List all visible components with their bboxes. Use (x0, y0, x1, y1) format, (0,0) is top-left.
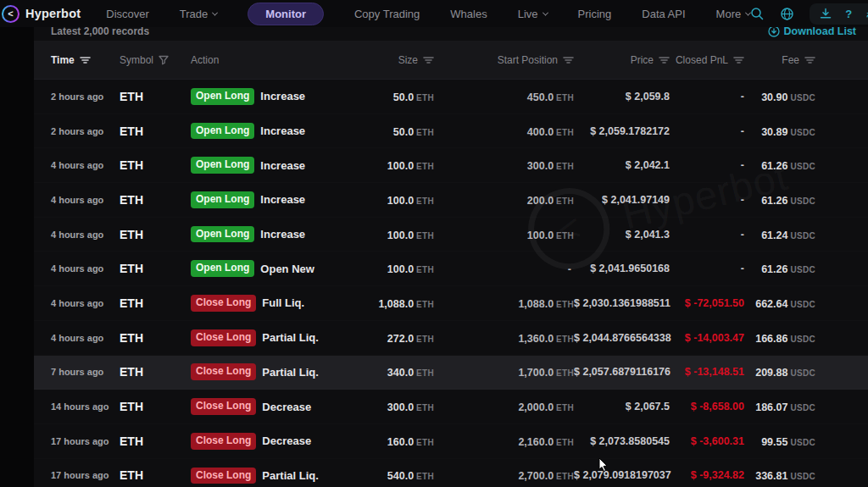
column-header-fee[interactable]: Fee (744, 54, 815, 66)
side-badge: Open Long (191, 260, 254, 277)
size-cell: 160.0ETH (343, 434, 434, 449)
nav-label: Trade (180, 8, 208, 20)
fee-cell: 30.90USDC (744, 89, 815, 104)
size-unit: ETH (416, 403, 434, 412)
time-cell: 2 hours ago (51, 91, 120, 102)
action-type-label: Decrease (262, 401, 311, 413)
nav-item-copy-trading[interactable]: Copy Trading (354, 8, 420, 20)
nav-item-data-api[interactable]: Data API (642, 8, 685, 20)
closed-pnl-cell: - (670, 91, 744, 102)
fee-cell: 99.55USDC (744, 434, 815, 449)
table-row[interactable]: 2 hours ago ETH Open Long Increase 50.0E… (34, 114, 868, 149)
column-header-symbol[interactable]: Symbol (120, 54, 191, 66)
symbol-cell: ETH (120, 365, 191, 379)
column-label-price: Price (631, 54, 654, 66)
closed-pnl-cell: - (670, 125, 744, 137)
time-cell: 14 hours ago (51, 401, 120, 412)
size-cell: 540.0ETH (343, 468, 434, 483)
price-cell: $ 2,073.8580545 (574, 435, 670, 447)
nav-item-trade[interactable]: Trade (180, 8, 217, 20)
action-type-label: Increase (260, 125, 305, 137)
nav-item-more[interactable]: More (716, 8, 751, 20)
column-header-price[interactable]: Price (574, 54, 670, 66)
column-label-symbol: Symbol (120, 54, 153, 66)
price-cell: $ 2,057.6879116176 (574, 366, 670, 378)
size-cell: 100.0ETH (343, 227, 434, 242)
size-cell: 50.0ETH (343, 124, 434, 139)
sort-icon (659, 56, 670, 64)
time-cell: 7 hours ago (51, 367, 120, 377)
table-row[interactable]: 4 hours ago ETH Open Long Increase 100.0… (34, 183, 868, 218)
table-row[interactable]: 17 hours ago ETH Close Long Partial Liq.… (34, 459, 868, 487)
nav-item-monitor[interactable]: Monitor (248, 3, 324, 25)
size-unit: ETH (416, 93, 434, 102)
size-unit: ETH (416, 162, 434, 171)
table-row[interactable]: 4 hours ago ETH Open Long Open New 100.0… (34, 252, 868, 286)
column-header-size[interactable]: Size (343, 54, 434, 66)
action-cell: Close Long Full Liq. (191, 295, 343, 312)
price-cell: $ 2,059.1782172 (574, 125, 670, 137)
table-row[interactable]: 4 hours ago ETH Open Long Increase 100.0… (34, 148, 868, 183)
action-cell: Close Long Decrease (191, 398, 343, 415)
closed-pnl-cell: $ -72,051.50 (670, 297, 744, 309)
start-position-cell: 400.0ETH (434, 124, 574, 139)
search-icon[interactable] (750, 7, 765, 21)
start-unit: ETH (556, 196, 574, 206)
size-cell: 300.0ETH (343, 399, 434, 414)
nav-right-icons: ? (750, 3, 868, 25)
fee-cell: 61.24USDC (744, 227, 815, 242)
action-type-label: Open New (260, 263, 314, 275)
time-cell: 17 hours ago (51, 470, 120, 480)
fee-cell: 336.81USDC (744, 468, 815, 483)
column-header-closed-pnl[interactable]: Closed PnL (670, 54, 744, 66)
nav-item-whales[interactable]: Whales (450, 8, 487, 20)
closed-pnl-cell: - (670, 263, 744, 274)
size-cell: 50.0ETH (343, 89, 434, 104)
start-position-cell: 2,700.0ETH (434, 468, 574, 483)
column-label-start-position: Start Position (498, 54, 558, 66)
action-cell: Open Long Increase (191, 123, 343, 140)
table-row[interactable]: 17 hours ago ETH Close Long Decrease 160… (34, 424, 868, 459)
size-cell: 1,088.0ETH (343, 296, 434, 311)
action-cell: Open Long Increase (191, 88, 343, 105)
start-position-cell: 100.0ETH (434, 227, 574, 242)
side-badge: Close Long (191, 398, 256, 415)
table-row[interactable]: 14 hours ago ETH Close Long Decrease 300… (34, 390, 868, 424)
table-row[interactable]: 4 hours ago ETH Close Long Full Liq. 1,0… (34, 286, 868, 321)
fee-unit: USDC (790, 93, 815, 102)
table-row[interactable]: 4 hours ago ETH Open Long Increase 100.0… (34, 218, 868, 252)
nav-label: Monitor (265, 8, 306, 20)
download-icon[interactable] (820, 8, 832, 19)
fee-unit: USDC (790, 128, 815, 137)
fee-unit: USDC (790, 300, 815, 309)
table-row[interactable]: 7 hours ago ETH Close Long Partial Liq. … (34, 356, 868, 390)
help-icon[interactable]: ? (845, 8, 852, 20)
table-row[interactable]: 2 hours ago ETH Open Long Increase 50.0E… (34, 80, 868, 114)
start-unit: ETH (556, 231, 574, 241)
brand-logo[interactable]: < Hyperbot (3, 5, 81, 23)
start-unit: ETH (556, 335, 574, 344)
action-type-label: Decrease (262, 434, 311, 447)
side-badge: Open Long (191, 88, 254, 105)
column-header-start-position[interactable]: Start Position (434, 54, 574, 66)
nav-item-discover[interactable]: Discover (106, 8, 149, 20)
action-cell: Open Long Increase (191, 226, 343, 243)
nav-item-pricing[interactable]: Pricing (578, 8, 612, 20)
table-row[interactable]: 4 hours ago ETH Close Long Partial Liq. … (34, 321, 868, 356)
globe-icon[interactable] (780, 7, 794, 21)
column-header-time[interactable]: Time (51, 54, 120, 66)
size-cell: 272.0ETH (343, 330, 434, 346)
fee-unit: USDC (790, 403, 815, 412)
action-cell: Close Long Partial Liq. (191, 468, 343, 484)
size-unit: ETH (416, 128, 434, 137)
nav-item-live[interactable]: Live (518, 8, 548, 20)
download-list-button[interactable]: Download List (768, 25, 856, 37)
action-type-label: Partial Liq. (262, 469, 318, 482)
chevron-down-icon (212, 9, 218, 15)
fee-unit: USDC (790, 368, 815, 378)
filter-icon (159, 55, 169, 65)
action-type-label: Increase (260, 159, 305, 172)
start-position-cell: 1,700.0ETH (434, 364, 574, 379)
column-header-action[interactable]: Action (191, 54, 343, 66)
action-type-label: Full Liq. (262, 296, 304, 309)
